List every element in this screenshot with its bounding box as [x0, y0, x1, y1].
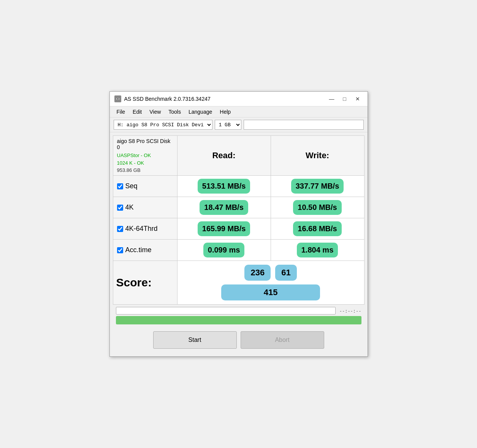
- main-window: AS SSD Benchmark 2.0.7316.34247 ― □ ✕ Fi…: [109, 91, 368, 357]
- header-row: aigo S8 Pro SCSI Disk 0 UASPStor - OK 10…: [113, 136, 364, 176]
- acctime-checkbox-label[interactable]: Acc.time: [117, 246, 173, 254]
- seq-write-value: 337.77 MB/s: [291, 179, 344, 194]
- progress-section: --:--:--: [113, 305, 364, 327]
- close-button[interactable]: ✕: [352, 95, 363, 103]
- drive-select[interactable]: H: aigo S8 Pro SCSI Disk Device: [114, 120, 212, 130]
- completion-bar: [116, 316, 361, 324]
- seq-write-cell: 337.77 MB/s: [271, 176, 364, 197]
- table-row: Seq 513.51 MB/s 337.77 MB/s: [113, 176, 364, 197]
- 4k64-label: 4K-64Thrd: [113, 218, 177, 240]
- score-label: Score:: [113, 261, 177, 305]
- 4k64-checkbox[interactable]: [117, 226, 123, 232]
- score-read-value: 236: [244, 265, 271, 281]
- acctime-read-cell: 0.099 ms: [177, 240, 271, 261]
- acctime-label: Acc.time: [113, 240, 177, 261]
- score-top-row: 236 61: [181, 264, 361, 281]
- device-name: aigo S8 Pro SCSI Disk 0: [117, 138, 173, 150]
- table-row: 4K-64Thrd 165.99 MB/s 16.68 MB/s: [113, 218, 364, 240]
- 4k-write-cell: 10.50 MB/s: [271, 197, 364, 218]
- maximize-button[interactable]: □: [339, 95, 350, 103]
- score-row: Score: 236 61 415: [113, 261, 364, 305]
- score-total-row: 415: [181, 284, 361, 301]
- table-row: Acc.time 0.099 ms 1.804 ms: [113, 240, 364, 261]
- main-content: aigo S8 Pro SCSI Disk 0 UASPStor - OK 10…: [110, 132, 368, 356]
- title-bar-left: AS SSD Benchmark 2.0.7316.34247: [114, 95, 211, 102]
- 4k64-write-value: 16.68 MB/s: [293, 221, 341, 236]
- 4k-label: 4K: [113, 197, 177, 218]
- toolbar: H: aigo S8 Pro SCSI Disk Device 1 GB 2 G…: [110, 118, 368, 132]
- write-header: Write:: [271, 136, 364, 176]
- app-icon: [114, 95, 121, 102]
- minimize-button[interactable]: ―: [326, 95, 337, 103]
- menu-bar: File Edit View Tools Language Help: [110, 106, 368, 118]
- size-select[interactable]: 1 GB 2 GB 4 GB: [215, 120, 241, 130]
- 4k-checkbox-label[interactable]: 4K: [117, 203, 173, 211]
- table-row: 4K 18.47 MB/s 10.50 MB/s: [113, 197, 364, 218]
- device-info-cell: aigo S8 Pro SCSI Disk 0 UASPStor - OK 10…: [113, 136, 177, 176]
- 4k-read-cell: 18.47 MB/s: [177, 197, 271, 218]
- seq-read-cell: 513.51 MB/s: [177, 176, 271, 197]
- seq-checkbox[interactable]: [117, 183, 123, 189]
- 4k64-write-cell: 16.68 MB/s: [271, 218, 364, 240]
- 4k-read-value: 18.47 MB/s: [200, 200, 248, 215]
- menu-help[interactable]: Help: [216, 107, 235, 116]
- seq-read-value: 513.51 MB/s: [198, 179, 250, 194]
- 4k-write-value: 10.50 MB/s: [293, 200, 341, 215]
- benchmark-table: aigo S8 Pro SCSI Disk 0 UASPStor - OK 10…: [113, 135, 364, 305]
- score-cells: 236 61 415: [177, 261, 364, 305]
- acctime-checkbox[interactable]: [117, 247, 123, 253]
- menu-edit[interactable]: Edit: [129, 107, 146, 116]
- read-header: Read:: [177, 136, 271, 176]
- progress-time: --:--:--: [339, 308, 361, 314]
- progress-bar: [116, 307, 336, 315]
- menu-file[interactable]: File: [113, 107, 129, 116]
- acctime-write-cell: 1.804 ms: [271, 240, 364, 261]
- start-button[interactable]: Start: [153, 331, 237, 349]
- result-display: [244, 120, 364, 130]
- 4k64-checkbox-label[interactable]: 4K-64Thrd: [117, 225, 173, 233]
- window-controls: ― □ ✕: [326, 95, 363, 103]
- svg-rect-2: [117, 98, 119, 99]
- buttons-row: Start Abort: [113, 327, 364, 353]
- menu-tools[interactable]: Tools: [165, 107, 185, 116]
- window-title: AS SSD Benchmark 2.0.7316.34247: [124, 96, 211, 102]
- 4k64-read-value: 165.99 MB/s: [198, 221, 250, 236]
- acctime-read-value: 0.099 ms: [203, 243, 245, 257]
- 4k64-read-cell: 165.99 MB/s: [177, 218, 271, 240]
- menu-view[interactable]: View: [146, 107, 165, 116]
- seq-label: Seq: [113, 176, 177, 197]
- device-uasp: UASPStor - OK: [117, 152, 173, 159]
- 4k-checkbox[interactable]: [117, 205, 123, 211]
- title-bar: AS SSD Benchmark 2.0.7316.34247 ― □ ✕: [110, 92, 368, 106]
- device-size: 953.86 GB: [117, 167, 173, 173]
- acctime-write-value: 1.804 ms: [297, 243, 338, 257]
- score-write-value: 61: [275, 265, 296, 281]
- abort-button[interactable]: Abort: [241, 331, 324, 349]
- device-block: 1024 K - OK: [117, 159, 173, 167]
- menu-language[interactable]: Language: [185, 107, 216, 116]
- score-total-value: 415: [221, 284, 320, 300]
- seq-checkbox-label[interactable]: Seq: [117, 182, 173, 190]
